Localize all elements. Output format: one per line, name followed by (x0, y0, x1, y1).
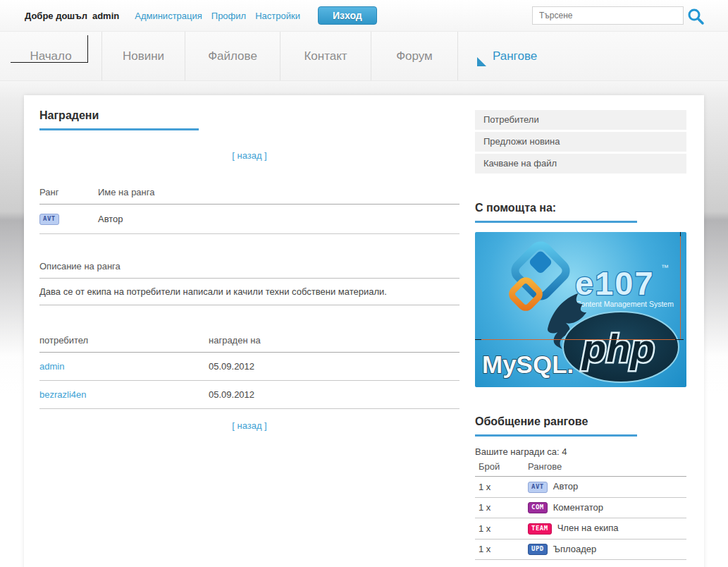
sidebar-item-users[interactable]: Потребители (475, 110, 686, 130)
award-date: 05.09.2012 (209, 352, 459, 380)
awarded-users-table: потребител награден на admin 05.09.2012 … (39, 331, 459, 409)
welcome-label: Добре дошъл (25, 11, 87, 21)
php-logo-icon: php (563, 312, 679, 382)
rank-label: Коментатор (553, 502, 603, 513)
admin-link[interactable]: Администрация (135, 11, 202, 21)
rank-summary-header: Брой Рангове (475, 460, 686, 477)
search-icon[interactable] (686, 7, 705, 25)
search-input[interactable] (532, 6, 684, 25)
table-row: AVT Автор (39, 205, 459, 234)
rank-badge-avt-icon: AVT (39, 214, 59, 225)
table-row: 1 x AVTАвтор (475, 477, 686, 498)
selection-handle (475, 339, 481, 340)
rank-badge-team-icon: TEAM (528, 523, 552, 535)
table-row: bezrazli4en 05.09.2012 (39, 380, 459, 408)
rank-label: Ъплоадер (553, 544, 597, 554)
mysql-wordmark: MySQL. (482, 350, 574, 378)
rank-summary-table: Брой Рангове 1 x AVTАвтор 1 x COMКомента… (475, 460, 686, 560)
php-wordmark: php (581, 326, 655, 370)
sidebar-item-upload-file[interactable]: Качване на файл (475, 154, 686, 173)
logout-button[interactable]: Изход (318, 6, 377, 25)
sidebar-item-submit-news[interactable]: Предложи новина (475, 132, 686, 152)
rank-badge-com-icon: COM (528, 502, 548, 513)
rank-description-block: Описание на ранга Дава се от екипа на по… (39, 261, 459, 305)
selection-artifact-line (475, 339, 681, 340)
e107-mark-icon (510, 242, 569, 310)
tab-news[interactable]: Новини (102, 32, 185, 80)
e107-trademark: ™ (661, 263, 669, 272)
search-area (532, 6, 684, 25)
rank-label: Автор (553, 481, 579, 492)
main-column: Наградени [ назад ] Ранг Име на ранга AV… (39, 104, 459, 567)
description-label: Описание на ранга (39, 261, 459, 279)
table-row: 1 x COMКоментатор (475, 497, 686, 518)
rank-table: Ранг Име на ранга AVT Автор (39, 183, 459, 234)
selection-handle (675, 339, 684, 340)
active-tab-pointer-icon (477, 57, 486, 66)
selection-artifact-line (680, 232, 681, 340)
top-links: Администрация Профил Настройки (135, 11, 300, 21)
profile-link[interactable]: Профил (211, 11, 246, 21)
settings-link[interactable]: Настройки (255, 11, 300, 21)
description-text: Дава се от екипа на потребители написали… (39, 279, 459, 305)
award-date: 05.09.2012 (209, 380, 459, 408)
content-container: Наградени [ назад ] Ранг Име на ранга AV… (24, 95, 704, 567)
tab-ranks[interactable]: Рангове (458, 32, 571, 80)
awarded-users-header: потребител награден на (39, 331, 459, 353)
top-bar: Добре дошълadmin Администрация Профил На… (0, 0, 728, 32)
page-title: Наградени (39, 109, 199, 130)
back-link-top[interactable]: [ назад ] (232, 150, 267, 161)
back-link-bottom[interactable]: [ назад ] (232, 420, 267, 431)
selection-handle (680, 232, 681, 236)
sidebar: Потребители Предложи новина Качване на ф… (475, 104, 686, 567)
table-row: 1 x UPDЪплоадер (475, 539, 686, 560)
e107-mysql-php-logos: e107 ™ Content Management System MySQL. … (475, 232, 686, 387)
rank-table-header: Ранг Име на ранга (39, 183, 459, 205)
tab-files[interactable]: Файлове (185, 32, 280, 80)
tab-home[interactable]: Начало (0, 32, 102, 80)
user-link[interactable]: bezrazli4en (39, 389, 87, 400)
rank-summary-title: Обобщение рангове (475, 415, 637, 437)
tab-contact[interactable]: Контакт (280, 32, 371, 80)
table-row: admin 05.09.2012 (39, 352, 459, 380)
powered-by-title: С помощта на: (475, 202, 637, 223)
username: admin (92, 11, 119, 21)
rank-label: Член на екипа (557, 523, 619, 533)
table-row: 1 x TEAMЧлен на екипа (475, 518, 686, 539)
welcome-message: Добре дошълadmin (25, 11, 119, 21)
awards-count-line: Вашите награди са: 4 (475, 446, 686, 457)
rank-name: Автор (98, 205, 459, 234)
e107-subtitle: Content Management System (576, 300, 674, 308)
tab-forum[interactable]: Форум (371, 32, 458, 80)
rank-badge-avt-icon: AVT (528, 482, 548, 493)
rank-badge-upd-icon: UPD (528, 544, 548, 555)
e107-wordmark: e107 (575, 264, 655, 302)
user-link[interactable]: admin (39, 361, 64, 372)
powered-by-logos-image: e107 ™ Content Management System MySQL. … (475, 232, 686, 387)
main-navigation: Начало Новини Файлове Контакт Форум Ранг… (0, 32, 728, 81)
